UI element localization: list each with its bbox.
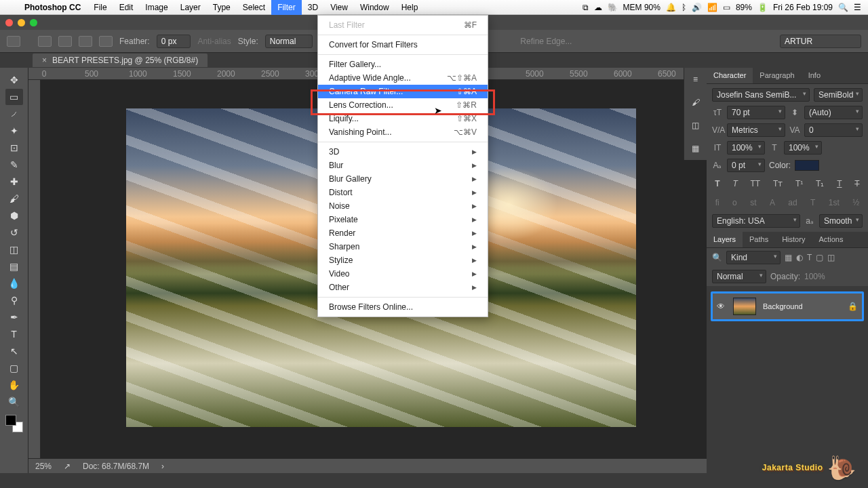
workspace-preset[interactable]: ARTUR (780, 35, 861, 48)
contextual-button[interactable]: 1st (829, 198, 840, 207)
chevron-right-icon[interactable]: › (161, 462, 164, 471)
filter-video[interactable]: Video (318, 267, 488, 281)
close-tab-icon[interactable]: × (42, 56, 47, 65)
menu-3d[interactable]: 3D (302, 0, 324, 15)
filter-lens[interactable]: Lens Correction...⇧⌘R (318, 98, 488, 112)
search-icon[interactable]: 🔍 (712, 253, 722, 262)
spotlight-icon[interactable]: 🔍 (838, 3, 848, 12)
tab-actions[interactable]: Actions (812, 232, 850, 247)
vscale-input[interactable]: 100% (727, 141, 765, 155)
menu-edit[interactable]: Edit (113, 0, 140, 15)
filter-liquify[interactable]: Liquify...⇧⌘X (318, 112, 488, 125)
type-tool[interactable]: T (5, 326, 23, 342)
menu-window[interactable]: Window (354, 0, 395, 15)
lasso-tool[interactable]: ⟋ (5, 106, 23, 122)
style-dropdown[interactable]: Normal (265, 35, 313, 48)
brush-panel-icon[interactable]: 🖌 (690, 96, 702, 108)
filter-sharpen[interactable]: Sharpen (318, 240, 488, 253)
export-icon[interactable]: ↗ (64, 462, 71, 471)
stylistic-button[interactable]: st (750, 198, 756, 207)
bell-icon[interactable]: 🔔 (666, 3, 676, 12)
menu-file[interactable]: File (87, 0, 113, 15)
doc-size[interactable]: Doc: 68.7M/68.7M (83, 462, 149, 471)
ruler-vertical[interactable] (28, 80, 41, 458)
hand-tool[interactable]: ✋ (5, 377, 23, 393)
font-family-dropdown[interactable]: Josefin Sans SemiB... (712, 88, 810, 102)
filter-gallery[interactable]: Filter Gallery... (318, 58, 488, 71)
histogram-icon[interactable]: ≡ (690, 73, 702, 85)
tracking-dropdown[interactable]: 0 (804, 123, 863, 137)
layer-background[interactable]: 👁 Background 🔒 (711, 291, 864, 321)
filter-distort[interactable]: Distort (318, 186, 488, 199)
menu-view[interactable]: View (324, 0, 354, 15)
filter-vanishing[interactable]: Vanishing Point...⌥⌘V (318, 125, 488, 139)
filter-3d[interactable]: 3D (318, 145, 488, 159)
display-icon[interactable]: ▭ (723, 3, 730, 12)
color-swatch[interactable] (5, 415, 23, 432)
zoom-window[interactable] (30, 19, 37, 26)
wand-tool[interactable]: ✦ (5, 123, 23, 139)
eyedropper-tool[interactable]: ✎ (5, 157, 23, 173)
underline-button[interactable]: T (837, 179, 842, 188)
layer-name-label[interactable]: Background (763, 302, 841, 310)
zoom-tool[interactable]: 🔍 (5, 394, 23, 410)
baseline-input[interactable]: 0 pt (727, 159, 765, 172)
filter-noise[interactable]: Noise (318, 199, 488, 213)
feather-value[interactable]: 0 px (157, 35, 191, 48)
ligature-button[interactable]: fi (715, 198, 719, 207)
evernote-icon[interactable]: 🐘 (608, 3, 618, 12)
layer-filter-dropdown[interactable]: Kind (726, 251, 781, 264)
clock[interactable]: Fri 26 Feb 19:09 (773, 3, 833, 12)
minimize-window[interactable] (18, 19, 25, 26)
menu-filter[interactable]: Filter (271, 0, 302, 15)
zoom-level[interactable]: 25% (35, 462, 52, 471)
superscript-button[interactable]: T¹ (795, 179, 803, 188)
cloud-icon[interactable]: ☁ (594, 3, 602, 12)
fraction-button[interactable]: T (810, 198, 815, 207)
selection-intersect-icon[interactable] (99, 36, 113, 47)
font-size-dropdown[interactable]: 70 pt (727, 106, 785, 119)
filter-convert-smart[interactable]: Convert for Smart Filters (318, 38, 488, 52)
blur-tool[interactable]: 💧 (5, 275, 23, 291)
menu-icon[interactable]: ☰ (854, 3, 861, 12)
kerning-dropdown[interactable]: Metrics (727, 123, 785, 137)
mem-indicator[interactable]: MEM 90% (623, 3, 660, 12)
selection-add-icon[interactable] (58, 36, 72, 47)
menu-help[interactable]: Help (395, 0, 425, 15)
document-tab[interactable]: × BEART PRESETS.jpg @ 25% (RGB/8#) (33, 54, 208, 67)
selection-sub-icon[interactable] (79, 36, 92, 47)
lock-icon[interactable]: 🔒 (848, 302, 858, 311)
allcaps-button[interactable]: TT (751, 179, 761, 188)
tab-paragraph[interactable]: Paragraph (753, 68, 801, 83)
battery-icon[interactable]: 🔋 (757, 3, 768, 12)
filter-shape-icon[interactable]: ▢ (816, 253, 823, 262)
oldstyle-button[interactable]: ½ (852, 198, 859, 207)
shape-tool[interactable]: ▢ (5, 360, 23, 376)
swash-button[interactable]: A (770, 198, 775, 207)
visibility-icon[interactable]: 👁 (717, 302, 726, 311)
tab-paths[interactable]: Paths (743, 232, 775, 247)
dodge-tool[interactable]: ⚲ (5, 292, 23, 308)
smallcaps-button[interactable]: Tᴛ (773, 179, 783, 188)
strike-button[interactable]: T (854, 179, 859, 188)
menu-layer[interactable]: Layer (174, 0, 207, 15)
filter-type-icon[interactable]: T (807, 253, 812, 262)
marquee-mode-icon[interactable] (7, 36, 20, 47)
volume-icon[interactable]: 🔊 (692, 3, 702, 12)
app-name[interactable]: Photoshop CC (18, 3, 87, 12)
dropbox-icon[interactable]: ⧉ (583, 3, 589, 12)
bt-icon[interactable]: ᛒ (682, 3, 686, 12)
healing-tool[interactable]: ✚ (5, 174, 23, 190)
history-brush-tool[interactable]: ↺ (5, 224, 23, 241)
tab-layers[interactable]: Layers (707, 232, 743, 247)
antialias-dropdown[interactable]: Smooth (819, 214, 863, 228)
tab-character[interactable]: Character (707, 68, 753, 83)
filter-browse-online[interactable]: Browse Filters Online... (318, 300, 488, 314)
text-color-swatch[interactable] (795, 160, 819, 171)
hscale-input[interactable]: 100% (784, 141, 822, 155)
stamp-tool[interactable]: ⬢ (5, 207, 23, 224)
selection-new-icon[interactable] (38, 36, 52, 47)
wifi-icon[interactable]: 📶 (707, 3, 717, 12)
titling-button[interactable]: ad (788, 198, 797, 207)
italic-button[interactable]: T (732, 179, 737, 188)
